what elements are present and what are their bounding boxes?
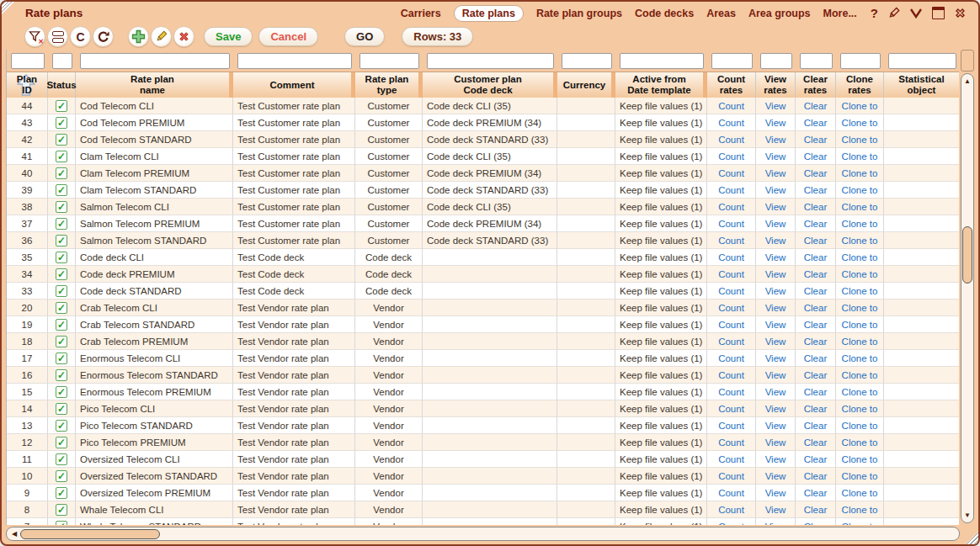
- column-header-active_from[interactable]: Active from Date template: [615, 72, 707, 98]
- clone-rates-link[interactable]: Clone to: [842, 421, 878, 431]
- clear-rates-link[interactable]: Clear: [804, 151, 827, 162]
- table-row[interactable]: 20✓Crab Telecom CLITest Vendor rate plan…: [7, 300, 959, 316]
- delete-button[interactable]: [173, 26, 194, 47]
- clear-rates-link[interactable]: Clear: [804, 168, 827, 178]
- add-button[interactable]: [128, 26, 149, 47]
- column-header-id[interactable]: Plan ID: [7, 72, 48, 98]
- table-row[interactable]: 9✓Oversized Telecom PREMIUMTest Vendor r…: [7, 485, 959, 501]
- count-rates-link[interactable]: Count: [718, 168, 744, 178]
- column-header-stat[interactable]: Statistical object: [884, 72, 959, 98]
- clear-rates-link[interactable]: Clear: [804, 252, 827, 262]
- status-checkbox[interactable]: ✓: [56, 151, 67, 162]
- table-row[interactable]: 15✓Enormous Telecom PREMIUMTest Vendor r…: [7, 384, 959, 400]
- status-checkbox[interactable]: ✓: [56, 184, 67, 196]
- table-row[interactable]: 16✓Enormous Telecom STANDARDTest Vendor …: [7, 367, 959, 384]
- view-rates-link[interactable]: View: [765, 454, 786, 464]
- table-row[interactable]: 38✓Salmon Telecom CLITest Customer rate …: [7, 199, 959, 215]
- clone-rates-link[interactable]: Clone to: [842, 252, 878, 262]
- table-row[interactable]: 34✓Code deck PREMIUMTest Code deckCode d…: [7, 266, 959, 283]
- clear-rates-link[interactable]: Clear: [804, 219, 827, 229]
- clear-c-button[interactable]: C: [70, 26, 91, 47]
- column-header-type[interactable]: Rate plan type: [355, 72, 423, 98]
- clone-rates-link[interactable]: Clone to: [842, 404, 878, 414]
- filter-input-view[interactable]: [760, 53, 792, 69]
- filter-input-type[interactable]: [360, 53, 419, 69]
- status-checkbox[interactable]: ✓: [56, 403, 67, 415]
- table-row[interactable]: 35✓Code deck CLITest Code deckCode deckK…: [7, 249, 959, 266]
- clone-rates-link[interactable]: Clone to: [842, 370, 878, 380]
- clone-rates-link[interactable]: Clone to: [842, 168, 878, 178]
- clone-rates-link[interactable]: Clone to: [842, 522, 878, 526]
- view-rates-link[interactable]: View: [765, 101, 786, 111]
- clear-rates-link[interactable]: Clear: [804, 522, 827, 526]
- clear-rates-link[interactable]: Clear: [804, 353, 827, 363]
- table-row[interactable]: 39✓Clam Telecom STANDARDTest Customer ra…: [7, 182, 959, 199]
- filter-input-currency[interactable]: [562, 53, 612, 69]
- view-rates-link[interactable]: View: [765, 437, 786, 448]
- scroll-down-icon[interactable]: ▼: [961, 509, 974, 521]
- clear-rates-link[interactable]: Clear: [804, 337, 827, 347]
- clear-rates-link[interactable]: Clear: [804, 454, 827, 464]
- status-checkbox[interactable]: ✓: [56, 386, 67, 398]
- filter-input-name[interactable]: [80, 53, 230, 69]
- clone-rates-link[interactable]: Clone to: [842, 471, 878, 481]
- clear-rates-link[interactable]: Clear: [804, 471, 827, 481]
- count-rates-link[interactable]: Count: [718, 421, 744, 431]
- filter-input-clear[interactable]: [800, 53, 833, 69]
- table-row[interactable]: 12✓Pico Telecom PREMIUMTest Vendor rate …: [7, 434, 959, 451]
- column-header-count[interactable]: Count rates: [707, 72, 756, 98]
- table-row[interactable]: 19✓Crab Telecom STANDARDTest Vendor rate…: [7, 316, 959, 333]
- status-checkbox[interactable]: ✓: [56, 353, 67, 364]
- table-row[interactable]: 37✓Salmon Telecom PREMIUMTest Customer r…: [7, 215, 959, 232]
- count-rates-link[interactable]: Count: [718, 185, 744, 195]
- clone-rates-link[interactable]: Clone to: [842, 269, 878, 279]
- view-rates-link[interactable]: View: [765, 421, 786, 431]
- table-row[interactable]: 8✓Whale Telecom CLITest Vendor rate plan…: [7, 501, 959, 518]
- view-rates-link[interactable]: View: [765, 522, 786, 526]
- count-rates-link[interactable]: Count: [718, 370, 744, 380]
- status-checkbox[interactable]: ✓: [56, 218, 67, 230]
- view-rates-link[interactable]: View: [765, 303, 786, 313]
- clear-rates-link[interactable]: Clear: [804, 101, 827, 111]
- column-header-name[interactable]: Rate plan name: [76, 72, 233, 98]
- clear-rates-link[interactable]: Clear: [804, 286, 827, 296]
- filter-remove-button[interactable]: ✕: [24, 26, 45, 47]
- status-checkbox[interactable]: ✓: [56, 487, 67, 499]
- column-header-code_deck[interactable]: Customer plan Code deck: [423, 72, 557, 98]
- table-row[interactable]: 36✓Salmon Telecom STANDARDTest Customer …: [7, 232, 959, 249]
- clone-rates-link[interactable]: Clone to: [842, 488, 878, 498]
- status-checkbox[interactable]: ✓: [56, 437, 67, 448]
- table-row[interactable]: 42✓Cod Telecom STANDARDTest Customer rat…: [7, 131, 959, 148]
- view-rates-link[interactable]: View: [765, 337, 786, 347]
- filter-input-status[interactable]: [52, 53, 72, 69]
- status-checkbox[interactable]: ✓: [56, 100, 67, 112]
- count-rates-link[interactable]: Count: [718, 505, 744, 515]
- view-rates-link[interactable]: View: [765, 471, 786, 481]
- view-rates-link[interactable]: View: [765, 118, 786, 128]
- status-checkbox[interactable]: ✓: [56, 235, 67, 246]
- clear-rates-link[interactable]: Clear: [804, 202, 827, 212]
- scroll-up-icon[interactable]: ▲: [961, 75, 974, 87]
- filter-input-comment[interactable]: [237, 53, 352, 69]
- status-checkbox[interactable]: ✓: [56, 521, 67, 526]
- nav-item-carriers[interactable]: Carriers: [401, 8, 441, 19]
- count-rates-link[interactable]: Count: [718, 286, 744, 296]
- count-rates-link[interactable]: Count: [718, 202, 744, 212]
- filter-input-id[interactable]: [11, 53, 45, 69]
- status-checkbox[interactable]: ✓: [56, 319, 67, 331]
- count-rates-link[interactable]: Count: [718, 236, 744, 246]
- clone-rates-link[interactable]: Clone to: [842, 118, 878, 128]
- view-rates-link[interactable]: View: [765, 320, 786, 330]
- layout-rows-button[interactable]: [47, 26, 68, 47]
- clone-rates-link[interactable]: Clone to: [842, 135, 878, 145]
- table-row[interactable]: 10✓Oversized Telecom STANDARDTest Vendor…: [7, 468, 959, 485]
- clear-rates-link[interactable]: Clear: [804, 505, 827, 515]
- count-rates-link[interactable]: Count: [718, 252, 744, 262]
- count-rates-link[interactable]: Count: [718, 353, 744, 363]
- clone-rates-link[interactable]: Clone to: [842, 219, 878, 229]
- edit-pencil-button[interactable]: [151, 26, 172, 47]
- view-rates-link[interactable]: View: [765, 135, 786, 145]
- clear-rates-link[interactable]: Clear: [804, 135, 827, 145]
- table-row[interactable]: 18✓Crab Telecom PREMIUMTest Vendor rate …: [7, 333, 959, 350]
- filter-input-code_deck[interactable]: [427, 53, 554, 69]
